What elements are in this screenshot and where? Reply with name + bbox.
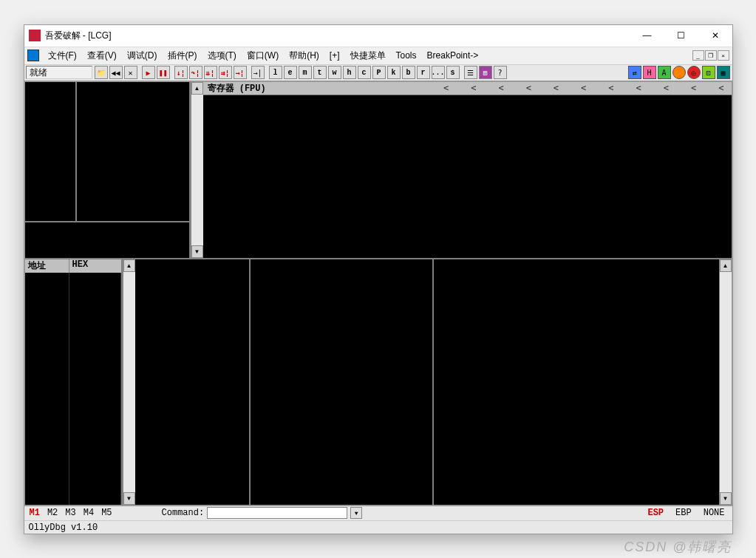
k-button[interactable]: k bbox=[387, 66, 401, 79]
m3-button[interactable]: M3 bbox=[63, 508, 78, 518]
mdi-restore-button[interactable]: ❐ bbox=[705, 50, 717, 61]
trace-into-icon[interactable]: ⇊¦ bbox=[204, 66, 217, 79]
command-dropdown-icon[interactable]: ▼ bbox=[350, 507, 362, 519]
open-folder-icon[interactable]: 📁 bbox=[95, 66, 108, 79]
pause-icon[interactable]: ❚❚ bbox=[157, 66, 170, 79]
red-tool-icon[interactable]: ◎ bbox=[687, 66, 701, 79]
purple-icon[interactable]: ⊞ bbox=[479, 66, 492, 79]
registers-body[interactable] bbox=[203, 95, 732, 258]
e-button[interactable]: e bbox=[284, 66, 297, 79]
esp-button[interactable]: ESP bbox=[643, 508, 668, 518]
play-icon[interactable]: ▶ bbox=[142, 66, 155, 79]
scroll-track[interactable] bbox=[720, 272, 732, 492]
run-till-icon[interactable]: →¦ bbox=[234, 66, 247, 79]
hex-scrollbar[interactable]: ▲ ▼ bbox=[123, 259, 135, 505]
mdi-close-button[interactable]: × bbox=[718, 50, 729, 61]
scroll-track[interactable] bbox=[191, 95, 203, 245]
menu-quick[interactable]: 快捷菜单 bbox=[346, 48, 390, 64]
hex-header: 地址 HEX bbox=[25, 259, 121, 273]
teal-tool-icon[interactable]: ▦ bbox=[717, 66, 730, 79]
w-button[interactable]: w bbox=[328, 66, 341, 79]
menu-help[interactable]: 帮助(H) bbox=[285, 48, 324, 64]
disassembly-pane[interactable] bbox=[25, 82, 189, 222]
lime-tool-icon[interactable]: ⊡ bbox=[702, 66, 715, 79]
r-button[interactable]: r bbox=[417, 66, 430, 79]
menu-file[interactable]: 文件(F) bbox=[44, 48, 81, 64]
mdi-min-button[interactable]: _ bbox=[692, 50, 704, 61]
menu-window[interactable]: 窗口(W) bbox=[242, 48, 283, 64]
scroll-up-icon[interactable]: ▲ bbox=[123, 259, 135, 272]
m4-button[interactable]: M4 bbox=[81, 508, 96, 518]
hex-body[interactable] bbox=[25, 273, 121, 505]
m2-button[interactable]: M2 bbox=[45, 508, 60, 518]
menu-plugin[interactable]: 插件(P) bbox=[163, 48, 202, 64]
help-icon[interactable]: ? bbox=[494, 66, 507, 79]
chev-icon[interactable]: < bbox=[718, 83, 723, 93]
more-button[interactable]: ... bbox=[432, 66, 445, 79]
hex-data-header[interactable]: HEX bbox=[69, 259, 121, 273]
close-button[interactable]: ✕ bbox=[698, 24, 732, 47]
code-column[interactable] bbox=[77, 82, 189, 221]
rewind-icon[interactable]: ◀◀ bbox=[109, 66, 123, 79]
scroll-down-icon[interactable]: ▼ bbox=[123, 492, 135, 505]
chev-icon[interactable]: < bbox=[691, 83, 696, 93]
scroll-down-icon[interactable]: ▼ bbox=[191, 245, 203, 258]
status-label: 就绪 bbox=[26, 66, 92, 79]
chev-icon[interactable]: < bbox=[664, 83, 669, 93]
hex-data-col[interactable] bbox=[69, 273, 121, 505]
m5-button[interactable]: M5 bbox=[99, 508, 114, 518]
menu-breakpoint[interactable]: BreakPoint-> bbox=[423, 49, 483, 62]
dump-col1[interactable] bbox=[135, 259, 251, 505]
s-button[interactable]: s bbox=[446, 66, 460, 79]
scroll-track[interactable] bbox=[123, 272, 135, 492]
t-button[interactable]: t bbox=[313, 66, 327, 79]
m1-button[interactable]: M1 bbox=[27, 508, 42, 518]
pink-tool-icon[interactable]: H bbox=[643, 66, 656, 79]
chev-icon[interactable]: < bbox=[526, 83, 531, 93]
chev-icon[interactable]: < bbox=[636, 83, 641, 93]
goto-icon[interactable]: →| bbox=[251, 66, 265, 79]
b-button[interactable]: b bbox=[402, 66, 415, 79]
none-button[interactable]: NONE bbox=[699, 508, 729, 518]
maximize-button[interactable]: ☐ bbox=[664, 24, 698, 47]
stack-body[interactable] bbox=[434, 259, 719, 505]
orange-tool-icon[interactable] bbox=[672, 66, 686, 79]
menu-debug[interactable]: 调试(D) bbox=[123, 48, 162, 64]
stack-scrollbar[interactable]: ▲ ▼ bbox=[719, 259, 732, 505]
scroll-up-icon[interactable]: ▲ bbox=[720, 259, 732, 272]
chev-icon[interactable]: < bbox=[608, 83, 613, 93]
h-button[interactable]: h bbox=[343, 66, 356, 79]
scroll-down-icon[interactable]: ▼ bbox=[720, 492, 732, 505]
address-column[interactable] bbox=[25, 82, 77, 221]
ebp-button[interactable]: EBP bbox=[671, 508, 696, 518]
menu-tools[interactable]: Tools bbox=[392, 49, 421, 62]
list-icon[interactable]: ☰ bbox=[464, 66, 477, 79]
l-button[interactable]: l bbox=[269, 66, 282, 79]
c-button[interactable]: c bbox=[358, 66, 371, 79]
command-input[interactable] bbox=[207, 507, 347, 519]
info-pane[interactable] bbox=[25, 222, 189, 258]
trace-over-icon[interactable]: ⇉¦ bbox=[219, 66, 232, 79]
dump-col2[interactable] bbox=[251, 259, 433, 505]
hex-address-col[interactable] bbox=[25, 273, 69, 505]
p-button[interactable]: P bbox=[372, 66, 386, 79]
blue-tool-icon[interactable]: ⇄ bbox=[628, 66, 641, 79]
hex-address-header[interactable]: 地址 bbox=[25, 259, 69, 273]
scroll-up-icon[interactable]: ▲ bbox=[191, 82, 203, 95]
close-icon[interactable]: ✕ bbox=[124, 66, 137, 79]
minimize-button[interactable]: — bbox=[630, 24, 664, 47]
step-over-icon[interactable]: ↷¦ bbox=[189, 66, 202, 79]
chev-icon[interactable]: < bbox=[498, 83, 503, 93]
chev-icon[interactable]: < bbox=[471, 83, 476, 93]
left-scrollbar[interactable]: ▲ ▼ bbox=[191, 82, 203, 258]
chev-icon[interactable]: < bbox=[554, 83, 559, 93]
menu-options[interactable]: 选项(T) bbox=[203, 48, 241, 64]
menu-view[interactable]: 查看(V) bbox=[83, 48, 121, 64]
title-bar[interactable]: 吾爱破解 - [LCG] — ☐ ✕ bbox=[24, 25, 732, 47]
menu-plus[interactable]: [+] bbox=[325, 49, 344, 62]
chev-icon[interactable]: < bbox=[443, 83, 449, 93]
step-into-icon[interactable]: ↓¦ bbox=[174, 66, 188, 79]
chev-icon[interactable]: < bbox=[581, 83, 586, 93]
m-button[interactable]: m bbox=[299, 66, 312, 79]
green-tool-icon[interactable]: A bbox=[658, 66, 671, 79]
